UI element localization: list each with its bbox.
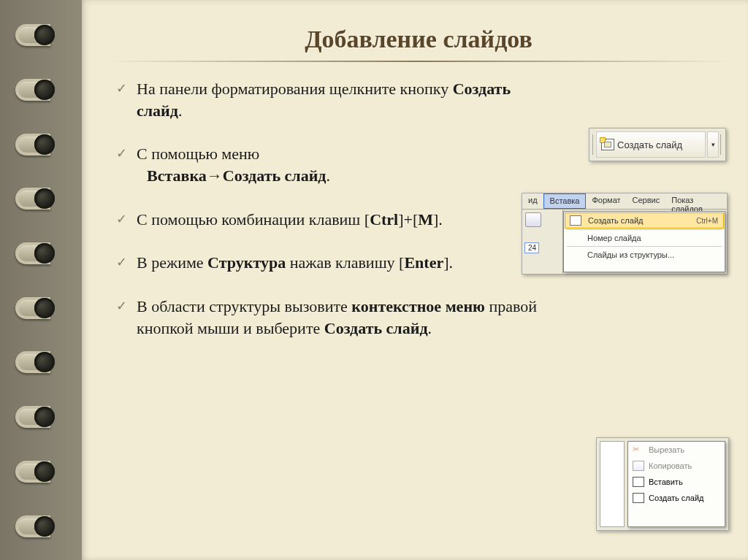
bullet-text: В области структуры вызовите контекстное…: [137, 296, 554, 339]
bullet-1: ✓ На панели форматирования щелкните кноп…: [116, 78, 525, 121]
screenshot-create-button: Создать слайд: [589, 128, 726, 161]
new-slide-icon: [601, 139, 614, 150]
slide-content: Добавление слайдов ✓ На панели форматиро…: [82, 0, 748, 560]
ctx-cut: ✂ Вырезать: [628, 442, 725, 458]
create-slide-button: Создать слайд: [596, 131, 706, 158]
context-menu: ✂ Вырезать Копировать Вставить Создать с…: [627, 441, 725, 527]
checkmark-icon: ✓: [116, 253, 131, 271]
slide-icon: [570, 215, 581, 226]
checkmark-icon: ✓: [116, 145, 131, 162]
ctx-create-slide: Создать слайд: [628, 490, 725, 506]
slide-title: Добавление слайдов: [107, 26, 730, 53]
title-divider: [107, 61, 730, 62]
dropdown-arrow-icon: [707, 131, 719, 158]
menu-insert: Вставка: [543, 193, 587, 209]
font-size-box: 24: [524, 242, 539, 253]
bullet-text: С помощью меню Вставка→Создать слайд.: [137, 143, 525, 186]
menu-item-slide-number: Номер слайда: [564, 231, 725, 245]
ctx-paste: Вставить: [628, 474, 725, 490]
slide-icon: [633, 493, 644, 503]
outline-panel: [600, 441, 625, 527]
presentation-slide: Добавление слайдов ✓ На панели форматиро…: [0, 0, 748, 560]
copy-icon: [633, 461, 644, 471]
menu-bar: ид Вставка Формат Сервис Показ слайдов: [522, 193, 727, 210]
spiral-binding: [0, 0, 82, 560]
dropdown-menu: Создать слайд Ctrl+M Номер слайда Слайды…: [563, 211, 725, 272]
menu-format: Формат: [586, 193, 626, 209]
print-icon: [525, 212, 541, 227]
screenshot-context-menu: ✂ Вырезать Копировать Вставить Создать с…: [596, 437, 729, 531]
scissors-icon: ✂: [633, 445, 644, 455]
menu-view: ид: [522, 193, 543, 209]
bullet-5: ✓ В области структуры вызовите контекстн…: [116, 296, 554, 339]
paste-icon: [633, 477, 644, 487]
screenshot-insert-menu: ид Вставка Формат Сервис Показ слайдов 2…: [522, 193, 728, 275]
button-label: Создать слайд: [617, 139, 682, 150]
menu-item-slides-from-outline: Слайды из структуры...: [564, 248, 725, 262]
toolbar: 24: [522, 210, 563, 274]
bullet-text: На панели форматирования щелкните кнопку…: [137, 78, 525, 121]
menu-item-create-slide: Создать слайд Ctrl+M: [565, 212, 724, 229]
bullet-2: ✓ С помощью меню Вставка→Создать слайд.: [116, 143, 525, 186]
checkmark-icon: ✓: [116, 80, 131, 97]
checkmark-icon: ✓: [116, 210, 131, 228]
shortcut-label: Ctrl+M: [696, 217, 718, 225]
checkmark-icon: ✓: [116, 297, 131, 315]
ctx-copy: Копировать: [628, 458, 725, 474]
menu-slideshow: Показ слайдов: [665, 193, 727, 209]
menu-service: Сервис: [627, 193, 666, 209]
